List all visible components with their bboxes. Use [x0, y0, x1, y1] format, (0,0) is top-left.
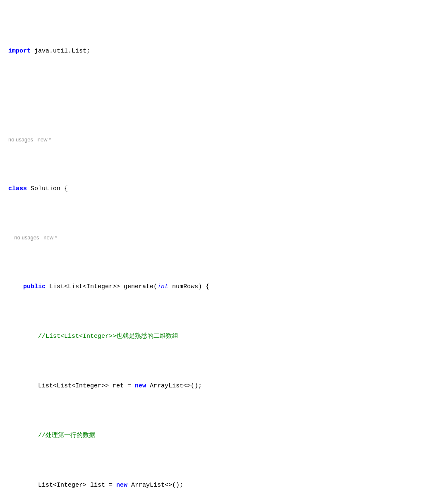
- line-code-2: List<Integer> list = new ArrayList<>();: [8, 480, 414, 490]
- line-code-1: List<List<Integer>> ret = new ArrayList<…: [8, 381, 414, 391]
- line-class: class Solution {: [8, 184, 414, 194]
- line-hint-2: no usages new *: [8, 234, 414, 242]
- line-blank: [8, 86, 414, 96]
- line-import: import java.util.List;: [8, 46, 414, 56]
- line-comment-1: //List<List<Integer>>也就是熟悉的二维数组: [8, 332, 414, 342]
- code-block: import java.util.List; no usages new * c…: [8, 7, 414, 504]
- line-comment-2: //处理第一行的数据: [8, 431, 414, 441]
- line-hint-1: no usages new *: [8, 136, 414, 144]
- code-container: import java.util.List; no usages new * c…: [0, 0, 422, 504]
- line-method: public List<List<Integer>> generate(int …: [8, 282, 414, 292]
